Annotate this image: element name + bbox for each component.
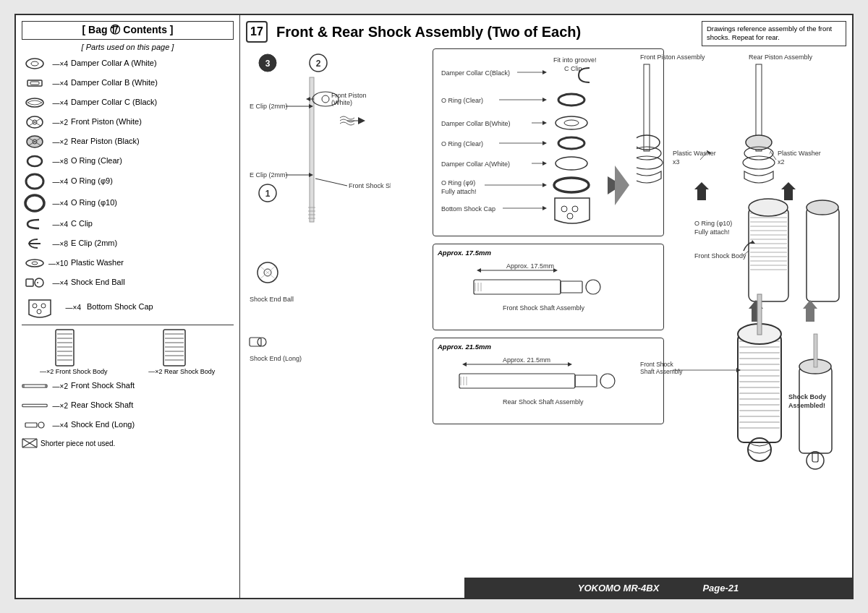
part-label: Damper Collar B (White) [71,78,158,87]
part-label: Plastic Washer [71,258,124,267]
approx-17-5-label: Approx. 17.5mm [438,249,491,257]
svg-text:x3: x3 [673,158,680,166]
list-item: —×2 Front Shock Shaft [22,378,234,394]
front-shaft-measurement-svg: Approx. 17.5mm Front Shock Shaft [438,260,655,317]
svg-text:Fully attach!: Fully attach! [694,228,730,236]
part-qty: —×2 [48,138,71,146]
part-label: Damper Collar C (Black) [71,98,157,107]
svg-marker-114 [542,206,547,210]
rear-shock-body-item: —×2 Rear Shock Body [130,328,234,375]
shock-bodies-row: —×2 Front Shock Body —×2 Rear Shock B [22,328,234,375]
bag-subtitle: [ Parts used on this page ] [22,43,234,51]
part-qty: —×10 [48,260,71,267]
rear-shaft-measurement-label: Approx. 21.5mm [438,343,659,351]
approx-21-5-label: Approx. 21.5mm [438,343,491,351]
part-label: O Ring (Clear) [71,156,122,166]
piston-detail-svg: Damper Collar C(Black) Fit into groove! … [438,53,662,234]
svg-point-65 [322,95,329,103]
svg-point-1 [31,61,38,66]
main-content: Drawings reference assembly of the front… [240,15,852,598]
footer-model: YOKOMO MR-4BX [578,583,660,593]
svg-marker-161 [781,182,796,200]
svg-rect-124 [474,280,561,294]
shafts-section: —×2 Front Shock Shaft —×2 Rear Shock Sha… [22,378,234,433]
svg-text:O Ring (Clear): O Ring (Clear) [441,97,483,104]
eclip-icon [22,236,48,251]
svg-marker-67 [306,97,310,101]
svg-rect-2 [27,80,42,86]
svg-marker-184 [751,240,755,244]
svg-rect-135 [459,374,575,388]
part-label: Rear Shock Shaft [71,400,133,410]
svg-text:Front Shock Shaft: Front Shock Shaft [349,182,391,189]
svg-point-140 [600,374,615,388]
part-label: Front Piston (White) [71,117,142,127]
svg-marker-105 [542,161,547,166]
part-label: Rear Piston (Black) [71,137,140,146]
front-shock-body-label: —×2 Front Shock Body [40,368,107,375]
part-label: Shock End (Long) [71,420,135,429]
svg-rect-144 [644,64,650,151]
step-number: 17 [246,21,268,43]
svg-rect-3 [30,82,39,85]
list-item: —×2 Rear Shock Shaft [22,398,234,413]
cclip-icon [22,217,48,231]
svg-point-149 [746,135,772,150]
svg-rect-33 [163,330,185,366]
svg-point-97 [556,116,587,129]
rear-piston-icon [22,134,48,149]
list-item: —×2 Rear Piston (Black) [22,134,234,150]
front-shaft-measurement-box: Approx. 17.5mm Approx. 17.5mm [433,244,664,330]
list-item: —×4 Shock End (Long) [22,417,234,433]
svg-marker-96 [542,121,547,125]
bag-title: [ Bag ⑰ Contents ] [22,21,234,40]
svg-point-102 [558,137,584,149]
damper-collar-b-icon [22,78,48,88]
part-qty: —×4 [48,279,71,287]
svg-text:Shaft Assembly: Shaft Assembly [640,368,683,375]
svg-rect-182 [807,207,839,301]
svg-point-151 [743,156,775,169]
part-label: C Clip [71,219,93,228]
damper-collar-c-icon [22,97,48,108]
damper-collar-a-icon [22,57,48,70]
list-item: —×10 Plastic Washer [22,255,234,271]
part-qty: —×4 [48,200,71,207]
shock-end-long-icon [22,420,48,430]
svg-point-183 [807,200,838,215]
part-qty: —×2 [48,382,71,390]
svg-marker-101 [542,141,547,145]
shorter-note-text: Shorter piece not used. [41,440,115,447]
part-qty: —×8 [48,240,71,248]
list-item: —×2 Front Piston (White) [22,114,234,130]
list-item: —×4 Bottom Shock Cap [22,294,234,320]
front-shaft-measurement-label: Approx. 17.5mm [438,249,659,257]
center-diagram-area: Damper Collar C(Black) Fit into groove! … [396,48,631,576]
page-container: [ Bag ⑰ Contents ] [ Parts used on this … [14,14,854,599]
part-qty: —×8 [48,158,71,166]
rear-shock-body-label: —×2 Rear Shock Body [148,368,215,375]
svg-point-17 [26,260,43,267]
part-qty: —×4 [48,421,71,429]
svg-text:Shock Body: Shock Body [788,393,826,400]
svg-point-129 [586,280,600,294]
svg-point-93 [558,94,584,106]
note-text: Drawings reference assembly of the front… [707,25,832,41]
svg-point-24 [37,309,41,314]
part-qty: —×4 [48,99,71,107]
svg-text:E Clip (2mm): E Clip (2mm) [250,103,288,110]
shock-end-ball-icon [22,276,48,289]
list-item: —×8 E Clip (2mm) [22,236,234,252]
svg-line-73 [315,179,347,186]
part-label: Shock End Ball [71,278,125,287]
parts-section: —×4 Damper Collar A (White) —×4 Damper C… [22,56,234,320]
page-footer: YOKOMO MR-4BX Page-21 [464,578,852,598]
svg-point-106 [556,157,587,170]
svg-point-20 [35,278,43,287]
svg-marker-119 [615,166,629,205]
svg-point-116 [572,206,578,212]
svg-marker-132 [462,362,467,366]
note-box: Drawings reference assembly of the front… [702,21,846,46]
svg-point-111 [554,178,589,192]
svg-rect-215 [814,334,817,367]
